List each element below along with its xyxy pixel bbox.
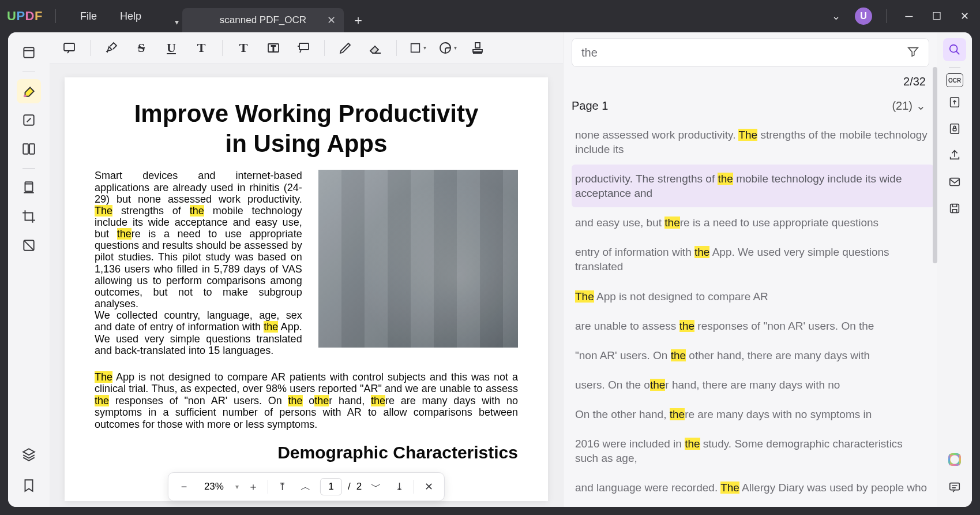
reader-tool[interactable]: [17, 40, 41, 65]
page-paragraph-2: The App is not designed to compare AR pa…: [95, 371, 518, 431]
svg-rect-6: [64, 43, 74, 51]
page-number-input[interactable]: [320, 478, 342, 495]
page-sep: /: [348, 481, 351, 492]
svg-rect-10: [411, 43, 420, 52]
svg-text:T: T: [271, 44, 276, 53]
bookmark-icon[interactable]: [17, 473, 41, 498]
page-paragraph-1: Smart devices and internet-based applica…: [95, 170, 302, 356]
search-result-item[interactable]: entry of information with the App. We us…: [572, 238, 934, 281]
search-results-list: none assessed work productivity. The str…: [564, 121, 937, 507]
svg-rect-18: [950, 483, 960, 490]
close-pager-button[interactable]: ✕: [420, 478, 437, 495]
tab-close-icon[interactable]: ✕: [327, 14, 336, 27]
search-result-item[interactable]: 2016 were included in the study. Some de…: [572, 430, 934, 472]
zoom-out-button[interactable]: −: [175, 478, 193, 495]
protect-button[interactable]: [943, 117, 966, 140]
search-page-count[interactable]: (21) ⌄: [892, 99, 926, 113]
underline-tool[interactable]: U: [160, 36, 183, 59]
search-result-item[interactable]: "non AR' users. On the other hand, there…: [572, 341, 934, 370]
zoom-value: 23%: [198, 481, 230, 492]
page-title-line2: in Using Apps: [95, 130, 518, 157]
tab-list-dropdown[interactable]: ▾: [171, 17, 182, 32]
highlighter-tool[interactable]: [100, 36, 123, 59]
document-page: Improve Working Productivity in Using Ap…: [65, 77, 548, 501]
search-result-counter: 2/32: [564, 69, 937, 94]
svg-rect-2: [23, 144, 28, 154]
search-result-item[interactable]: and easy use, but there is a need to use…: [572, 208, 934, 237]
textbox-tool[interactable]: T: [262, 36, 285, 59]
page-heading-2: Demographic Characteristics: [95, 443, 518, 462]
search-result-item[interactable]: users. On the other hand, there are many…: [572, 371, 934, 399]
svg-rect-3: [29, 144, 35, 154]
svg-rect-16: [950, 178, 960, 186]
edit-tool[interactable]: [17, 108, 41, 132]
callout-tool[interactable]: [292, 36, 315, 59]
zoom-dropdown[interactable]: ▾: [235, 483, 239, 491]
page-total: 2: [356, 481, 362, 492]
svg-rect-14: [951, 124, 959, 134]
svg-rect-9: [299, 43, 309, 50]
stamp-tool[interactable]: [466, 36, 489, 59]
squiggly-tool[interactable]: T: [190, 36, 213, 59]
search-result-item[interactable]: The App is not designed to compare AR: [572, 282, 934, 311]
page-navigator: − 23% ▾ ＋ ⤒ ︿ / 2 ﹀ ⤓ ✕: [168, 472, 445, 501]
filter-icon[interactable]: [907, 45, 919, 60]
document-tab[interactable]: scanned PDF_OCR ✕: [182, 8, 344, 32]
window-minimize[interactable]: ─: [900, 8, 918, 25]
left-tool-rail: [8, 32, 50, 507]
search-result-item[interactable]: productivity. The strengths of the mobil…: [572, 165, 934, 207]
layers-icon[interactable]: [17, 442, 41, 467]
zoom-in-button[interactable]: ＋: [245, 478, 262, 495]
search-input[interactable]: [581, 46, 901, 59]
search-result-item[interactable]: are unable to assess the responses of "n…: [572, 312, 934, 340]
prev-page-button[interactable]: ︿: [297, 478, 314, 495]
right-tool-rail: OCR: [937, 32, 972, 507]
next-page-button[interactable]: ﹀: [367, 478, 385, 495]
search-box: [572, 38, 929, 67]
search-result-item[interactable]: On the other hand, there are many days w…: [572, 400, 934, 428]
chevron-down-icon: ⌄: [916, 99, 926, 113]
scrollbar[interactable]: [933, 67, 937, 263]
page-title-line1: Improve Working Productivity: [95, 100, 518, 127]
ai-assistant-button[interactable]: [943, 448, 966, 471]
dropdown-icon[interactable]: ⌄: [827, 8, 844, 25]
share-button[interactable]: [943, 144, 966, 167]
organize-tool[interactable]: [17, 176, 41, 200]
window-close[interactable]: ✕: [956, 8, 973, 25]
user-avatar[interactable]: U: [855, 8, 872, 25]
shape-tool[interactable]: ▾: [406, 36, 429, 59]
search-result-item[interactable]: none assessed work productivity. The str…: [572, 121, 934, 163]
convert-button[interactable]: [943, 91, 966, 114]
window-maximize[interactable]: ☐: [928, 8, 945, 25]
strikethrough-tool[interactable]: S: [130, 36, 153, 59]
pencil-tool[interactable]: [334, 36, 357, 59]
new-tab-button[interactable]: ＋: [344, 12, 373, 32]
sticker-tool[interactable]: ▾: [436, 36, 459, 59]
email-button[interactable]: [943, 170, 966, 193]
app-logo: UPDF: [7, 9, 43, 24]
menu-help[interactable]: Help: [108, 7, 153, 26]
search-result-item[interactable]: and language were recorded. The Allergy …: [572, 473, 934, 502]
svg-rect-0: [24, 47, 33, 57]
text-tool[interactable]: T: [232, 36, 255, 59]
search-button[interactable]: [943, 38, 966, 61]
search-panel: 2/32 Page 1 (21) ⌄ none assessed work pr…: [563, 32, 937, 507]
last-page-button[interactable]: ⤓: [391, 478, 408, 495]
ocr-button[interactable]: OCR: [946, 73, 963, 87]
search-page-label: Page 1: [572, 99, 608, 113]
highlight-tool[interactable]: [17, 79, 41, 103]
eraser-tool[interactable]: [364, 36, 387, 59]
menu-file[interactable]: File: [69, 7, 108, 26]
svg-rect-15: [953, 128, 956, 131]
redact-tool[interactable]: [17, 233, 41, 258]
save-button[interactable]: [943, 197, 966, 220]
tab-title: scanned PDF_OCR: [192, 14, 335, 26]
comments-panel-button[interactable]: [943, 476, 966, 499]
page-image-placeholder: [318, 170, 518, 348]
svg-rect-17: [951, 204, 959, 213]
comment-tool[interactable]: [58, 36, 81, 59]
first-page-button[interactable]: ⤒: [274, 478, 291, 495]
crop-tool[interactable]: [17, 204, 41, 229]
pages-tool[interactable]: [17, 137, 41, 161]
search-result-item[interactable]: who downloaded it from the App store, Go…: [572, 503, 934, 507]
